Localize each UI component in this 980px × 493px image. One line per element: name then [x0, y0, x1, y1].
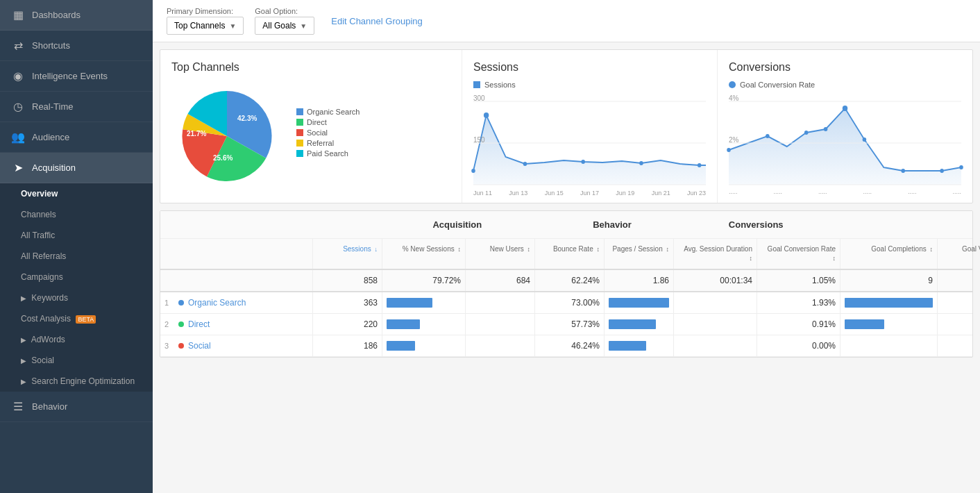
sidebar-item-intelligence[interactable]: ◉ Intelligence Events: [0, 61, 153, 92]
pie-chart-panel: Top Channels: [160, 50, 462, 203]
th-pages-session[interactable]: Pages / Session ↕: [605, 239, 674, 269]
sidebar-item-label: Intelligence Events: [32, 71, 108, 81]
svg-point-12: [824, 127, 828, 131]
sidebar-item-label: Behavior: [32, 401, 67, 412]
subnav-campaigns[interactable]: Campaigns: [0, 267, 153, 287]
td-goal-value-1: [938, 292, 980, 313]
pie-label-social: 21.7%: [187, 130, 206, 137]
legend-organic-search: Organic Search: [296, 108, 360, 116]
goal-conv-val-3: 0.00%: [812, 341, 836, 351]
total-avg-duration: 00:01:34: [674, 270, 757, 291]
channel-link-organic-search[interactable]: Organic Search: [188, 298, 246, 308]
table-row: 1 Organic Search 363 73.00%: [160, 292, 972, 314]
sidebar-item-label: Acquisition: [32, 162, 76, 173]
legend-color-organic: [296, 108, 303, 115]
sort-arrow-gcr: ↕: [833, 255, 836, 262]
conversions-chart-panel: Conversions Goal Conversion Rate 4% 2%: [718, 50, 972, 203]
mini-bar-pages-2: [609, 319, 656, 329]
subnav-adwords[interactable]: ▶ AdWords: [0, 329, 153, 350]
pie-label-direct: 25.6%: [213, 154, 233, 162]
charts-row: Top Channels: [160, 49, 973, 203]
bar-cell-gc-2: [845, 319, 933, 329]
legend-label-paid-search: Paid Search: [307, 149, 348, 158]
th-goal-value[interactable]: Goal Value ↕: [938, 239, 980, 269]
sidebar-item-acquisition[interactable]: ➤ Acquisition: [0, 153, 153, 183]
td-goal-conv-1: 1.93%: [757, 292, 840, 313]
sidebar-item-behavior[interactable]: ☰ Behavior: [0, 392, 153, 422]
th-new-users[interactable]: New Users ↕: [466, 239, 535, 269]
edit-channel-grouping-link[interactable]: Edit Channel Grouping: [331, 16, 423, 26]
td-channel-2: 2 Direct: [160, 314, 313, 335]
all-goals-dropdown[interactable]: All Goals ▼: [255, 17, 314, 35]
th-sessions[interactable]: Sessions ↓: [313, 239, 382, 269]
bar-cell-new-sessions-3: [387, 341, 461, 351]
td-pages-2: [605, 314, 674, 335]
sidebar-item-audience[interactable]: 👥 Audience: [0, 122, 153, 153]
svg-point-0: [471, 169, 475, 173]
sessions-x-labels: Jun 11 Jun 13 Jun 15 Jun 17 Jun 19 Jun 2…: [473, 190, 706, 197]
shortcuts-icon: ⇄: [11, 39, 25, 52]
bar-cell-pages-2: [609, 319, 669, 329]
channel-dot-3: [178, 343, 184, 349]
total-goal-value: $8.00: [938, 270, 980, 291]
subnav-seo[interactable]: ▶ Search Engine Optimization: [0, 371, 153, 392]
conv-x-labels: ····· ····· ····· ····· ····· ·····: [729, 190, 961, 197]
legend-color-direct: [296, 119, 303, 126]
row-num-1: 1: [164, 299, 174, 307]
th-new-sessions[interactable]: % New Sessions ↕: [382, 239, 466, 269]
conv-legend-dot: [729, 81, 736, 88]
svg-point-11: [804, 131, 809, 135]
subnav-overview[interactable]: Overview: [0, 183, 153, 204]
td-new-users-3: [466, 335, 535, 356]
total-pages-session: 1.86: [605, 270, 674, 291]
acquisition-icon: ➤: [11, 161, 25, 174]
sidebar-item-shortcuts[interactable]: ⇄ Shortcuts: [0, 31, 153, 61]
th-bounce-rate[interactable]: Bounce Rate ↕: [535, 239, 605, 269]
intelligence-icon: ◉: [11, 69, 25, 83]
td-goal-conv-2: 0.91%: [757, 314, 840, 335]
acquisition-header: Acquisition: [432, 219, 482, 230]
subnav-all-traffic[interactable]: All Traffic: [0, 225, 153, 246]
top-channels-label: Top Channels: [174, 21, 225, 31]
sidebar-item-label: Dashboards: [32, 10, 81, 20]
pie-label-organic: 42.3%: [237, 115, 257, 122]
x-label-0: Jun 11: [473, 190, 492, 197]
legend-label-social: Social: [307, 128, 328, 137]
subnav-social[interactable]: ▶ Social: [0, 350, 153, 371]
th-channel: [160, 239, 313, 269]
legend-label-direct: Direct: [307, 118, 327, 126]
table-header: Sessions ↓ % New Sessions ↕ New Users ↕ …: [160, 239, 972, 270]
subnav-keywords[interactable]: ▶ Keywords: [0, 287, 153, 308]
channel-link-social[interactable]: Social: [188, 341, 211, 351]
conversions-chart-area: 4% 2%: [729, 94, 961, 185]
legend-color-paid-search: [296, 150, 303, 157]
td-sessions-3: 186: [313, 335, 382, 356]
subnav-cost-analysis[interactable]: Cost Analysis BETA: [0, 308, 153, 329]
th-avg-duration[interactable]: Avg. Session Duration ↕: [674, 239, 757, 269]
goal-option-group: Goal Option: All Goals ▼: [255, 7, 314, 35]
subnav-channels[interactable]: Channels: [0, 204, 153, 225]
sidebar-item-realtime[interactable]: ◷ Real-Time: [0, 92, 153, 122]
td-pages-3: [605, 335, 674, 356]
th-goal-completions[interactable]: Goal Completions ↕: [840, 239, 938, 269]
svg-point-5: [698, 163, 702, 167]
td-pages-1: [605, 292, 674, 313]
x-label-2: Jun 15: [545, 190, 564, 197]
td-sessions-1: 363: [313, 292, 382, 313]
th-goal-conv-rate[interactable]: Goal Conversion Rate ↕: [757, 239, 840, 269]
channel-link-direct[interactable]: Direct: [188, 319, 210, 329]
bounce-val-1: 73.00%: [571, 298, 600, 308]
primary-dimension-group: Primary Dimension: Top Channels ▼: [167, 7, 244, 35]
bar-cell-new-sessions-2: [387, 319, 461, 329]
behavior-header: Behavior: [593, 219, 632, 230]
sessions-legend-dot: [473, 81, 480, 88]
top-channels-dropdown[interactable]: Top Channels ▼: [167, 17, 244, 35]
conv-x-3: ·····: [863, 190, 872, 197]
sort-arrow-duration: ↕: [750, 255, 753, 262]
sort-arrow-new-users: ↕: [527, 246, 531, 253]
mini-bar-new-sessions-1: [387, 298, 432, 308]
dropdown-arrow-icon2: ▼: [300, 22, 307, 30]
legend-direct: Direct: [296, 118, 360, 126]
subnav-all-referrals[interactable]: All Referrals: [0, 246, 153, 267]
sidebar-item-dashboards[interactable]: ▦ Dashboards: [0, 0, 153, 31]
